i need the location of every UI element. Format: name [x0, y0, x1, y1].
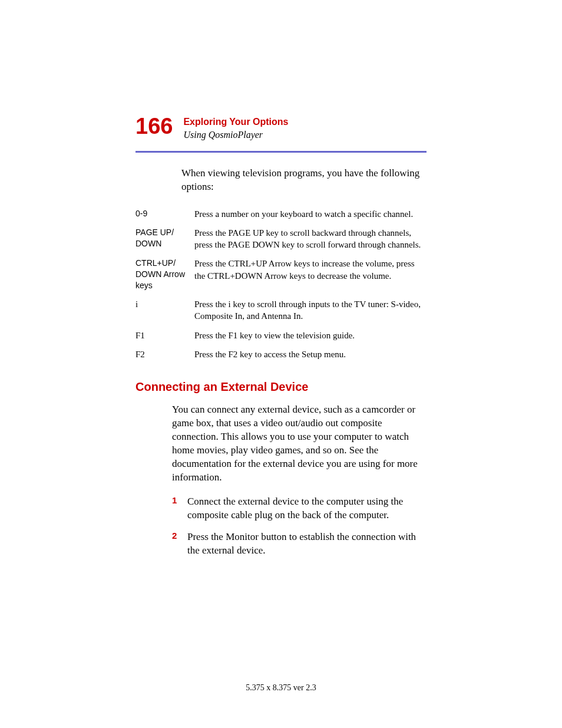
desc-cell: Press the PAGE UP key to scroll backward… [194, 223, 427, 255]
key-cell: F2 [135, 345, 194, 364]
key-line: 0-9 [135, 208, 189, 219]
page-footer: 5.375 x 8.375 ver 2.3 [0, 683, 562, 693]
desc-cell: Press a number on your keyboard to watch… [194, 205, 427, 223]
section-heading: Connecting an External Device [135, 380, 427, 394]
desc-cell: Press the CTRL+UP Arrow keys to increase… [194, 254, 427, 295]
list-text: Press the Monitor button to establish th… [187, 531, 427, 558]
key-line: keys [135, 280, 189, 291]
header-divider [135, 151, 427, 153]
desc-cell: Press the i key to scroll through inputs… [194, 295, 427, 326]
key-line: CTRL+UP/ [135, 258, 189, 269]
key-line: i [135, 298, 189, 310]
desc-cell: Press the F2 key to access the Setup men… [194, 345, 427, 364]
table-row: F1Press the F1 key to view the televisio… [135, 326, 427, 345]
list-number: 2 [172, 531, 187, 541]
key-line: DOWN [135, 238, 189, 249]
list-item: 2Press the Monitor button to establish t… [172, 531, 427, 558]
page-number: 166 [135, 115, 173, 137]
list-item: 1Connect the external device to the comp… [172, 495, 427, 522]
header-titles: Exploring Your Options Using QosmioPlaye… [183, 115, 288, 140]
list-text: Connect the external device to the compu… [187, 495, 427, 522]
key-cell: 0-9 [135, 205, 194, 223]
intro-paragraph: When viewing television programs, you ha… [181, 167, 427, 194]
desc-cell: Press the F1 key to view the television … [194, 326, 427, 345]
list-number: 1 [172, 495, 187, 505]
section-subtitle: Using QosmioPlayer [183, 130, 288, 140]
key-line: PAGE UP/ [135, 227, 189, 238]
key-line: DOWN Arrow [135, 269, 189, 280]
table-row: 0-9Press a number on your keyboard to wa… [135, 205, 427, 223]
numbered-list: 1Connect the external device to the comp… [172, 495, 427, 558]
chapter-title: Exploring Your Options [183, 116, 288, 129]
table-row: CTRL+UP/DOWN ArrowkeysPress the CTRL+UP … [135, 254, 427, 295]
key-cell: PAGE UP/DOWN [135, 223, 194, 255]
section-paragraph: You can connect any external device, suc… [172, 403, 427, 485]
key-line: F1 [135, 330, 189, 341]
table-row: F2Press the F2 key to access the Setup m… [135, 345, 427, 364]
key-cell: CTRL+UP/DOWN Arrowkeys [135, 254, 194, 295]
page-content: 166 Exploring Your Options Using QosmioP… [0, 0, 562, 557]
table-row: PAGE UP/DOWNPress the PAGE UP key to scr… [135, 223, 427, 255]
key-cell: i [135, 295, 194, 326]
page-header: 166 Exploring Your Options Using QosmioP… [135, 115, 427, 140]
table-row: iPress the i key to scroll through input… [135, 295, 427, 326]
key-line: F2 [135, 348, 189, 360]
key-cell: F1 [135, 326, 194, 345]
options-table: 0-9Press a number on your keyboard to wa… [135, 205, 427, 364]
